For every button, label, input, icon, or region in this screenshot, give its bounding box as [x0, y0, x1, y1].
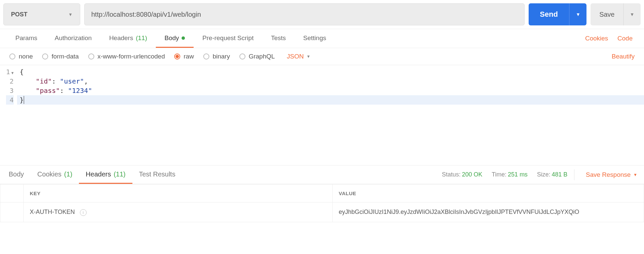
radio-label: form-data [51, 53, 79, 60]
code-token: } [20, 96, 24, 104]
code-token: , [84, 77, 88, 85]
radio-icon [203, 53, 209, 59]
radio-label: x-www-form-urlencoded [98, 53, 165, 60]
size-value: 481 B [552, 171, 567, 178]
tab-authorization[interactable]: Authorization [46, 29, 100, 48]
radio-icon [9, 53, 15, 59]
tab-label: Tests [271, 34, 286, 42]
tab-label: Cookies [37, 170, 62, 178]
tab-label: Pre-request Script [202, 34, 253, 42]
time-label: Time: [492, 171, 507, 178]
headers-count-badge: (11) [114, 170, 126, 178]
tab-params[interactable]: Params [7, 29, 46, 48]
headers-count-badge: (11) [136, 34, 147, 42]
header-value-cell: eyJhbGciOiJIUzI1NiJ9.eyJzdWIiOiJ2aXBlciI… [333, 203, 644, 222]
editor-content[interactable]: { "id": "user", "pass": "1234" } [17, 65, 644, 165]
dot-indicator-icon [182, 36, 185, 40]
time-value: 251 ms [508, 171, 528, 178]
response-tab-headers[interactable]: Headers (11) [79, 165, 132, 184]
table-row[interactable]: X-AUTH-TOKEN i eyJhbGciOiJIUzI1NiJ9.eyJz… [0, 203, 644, 222]
radio-icon [88, 53, 94, 59]
radio-label: binary [213, 53, 230, 60]
header-key: X-AUTH-TOKEN [30, 209, 75, 215]
tab-label: Settings [303, 34, 326, 42]
body-type-raw[interactable]: raw [174, 53, 194, 60]
body-format-select[interactable]: JSON ▼ [287, 53, 311, 60]
save-response-label: Save Response [586, 171, 631, 178]
code-token: : [60, 87, 68, 95]
code-token: "pass" [36, 87, 60, 95]
save-button[interactable]: Save [591, 3, 623, 25]
status-label: Status: [442, 171, 460, 178]
code-token: : [52, 77, 60, 85]
chevron-down-icon: ▼ [633, 172, 637, 177]
radio-label: none [19, 53, 33, 60]
request-body-editor[interactable]: 1▼ 2 3 4 { "id": "user", "pass": "1234" … [0, 65, 644, 165]
body-type-binary[interactable]: binary [203, 53, 230, 60]
cookies-count-badge: (1) [64, 170, 72, 178]
code-link[interactable]: Code [613, 35, 637, 42]
info-icon[interactable]: i [80, 209, 87, 216]
chevron-down-icon: ▼ [576, 12, 580, 17]
tab-tests[interactable]: Tests [262, 29, 294, 48]
beautify-link[interactable]: Beautify [612, 53, 635, 60]
body-format-label: JSON [287, 53, 304, 60]
status-value: 200 OK [462, 171, 482, 178]
send-button[interactable]: Send [529, 3, 569, 25]
row-handle[interactable] [0, 203, 24, 222]
editor-gutter: 1▼ 2 3 4 [0, 65, 17, 165]
request-url-input[interactable] [84, 3, 525, 25]
save-dropdown-button[interactable]: ▼ [623, 3, 641, 25]
tab-headers[interactable]: Headers (11) [100, 29, 156, 48]
tab-label: Body [9, 170, 24, 178]
size-label: Size: [537, 171, 550, 178]
chevron-down-icon: ▼ [68, 12, 73, 17]
http-method-value: POST [11, 11, 27, 18]
tab-label: Params [15, 34, 37, 42]
response-tab-body[interactable]: Body [2, 165, 31, 184]
cookies-link[interactable]: Cookies [580, 35, 613, 42]
tab-settings[interactable]: Settings [295, 29, 335, 48]
tab-prerequest-script[interactable]: Pre-request Script [194, 29, 262, 48]
radio-label: raw [184, 53, 194, 60]
response-meta: Status:200 OK Time:251 ms Size:481 B [442, 171, 567, 178]
tab-body[interactable]: Body [156, 29, 194, 48]
header-key-cell: X-AUTH-TOKEN i [24, 203, 333, 222]
send-dropdown-button[interactable]: ▼ [569, 3, 586, 25]
response-tab-test-results[interactable]: Test Results [132, 165, 182, 184]
radio-icon [42, 53, 48, 59]
divider [574, 169, 574, 180]
response-headers-table: KEY VALUE X-AUTH-TOKEN i eyJhbGciOiJIUzI… [0, 184, 644, 222]
tab-label: Headers [86, 170, 111, 178]
body-type-none[interactable]: none [9, 53, 33, 60]
table-header-handle [0, 184, 24, 203]
http-method-select[interactable]: POST ▼ [3, 3, 80, 25]
tab-label: Headers [109, 34, 133, 42]
body-type-graphql[interactable]: GraphQL [239, 53, 275, 60]
tab-label: Authorization [55, 34, 92, 42]
tab-label: Test Results [139, 170, 176, 178]
code-token: "1234" [68, 87, 92, 95]
code-token: { [20, 68, 24, 76]
code-token: "user" [60, 77, 84, 85]
radio-icon [174, 53, 180, 59]
table-header-key: KEY [24, 184, 333, 203]
radio-icon [239, 53, 245, 59]
save-response-button[interactable]: Save Response ▼ [581, 171, 642, 178]
chevron-down-icon: ▼ [630, 12, 635, 17]
tab-label: Body [165, 34, 179, 42]
response-tab-cookies[interactable]: Cookies (1) [31, 165, 79, 184]
radio-label: GraphQL [249, 53, 275, 60]
code-token: "id" [36, 77, 52, 85]
body-type-urlencoded[interactable]: x-www-form-urlencoded [88, 53, 165, 60]
body-type-formdata[interactable]: form-data [42, 53, 79, 60]
chevron-down-icon: ▼ [306, 54, 310, 59]
table-header-value: VALUE [333, 184, 644, 203]
